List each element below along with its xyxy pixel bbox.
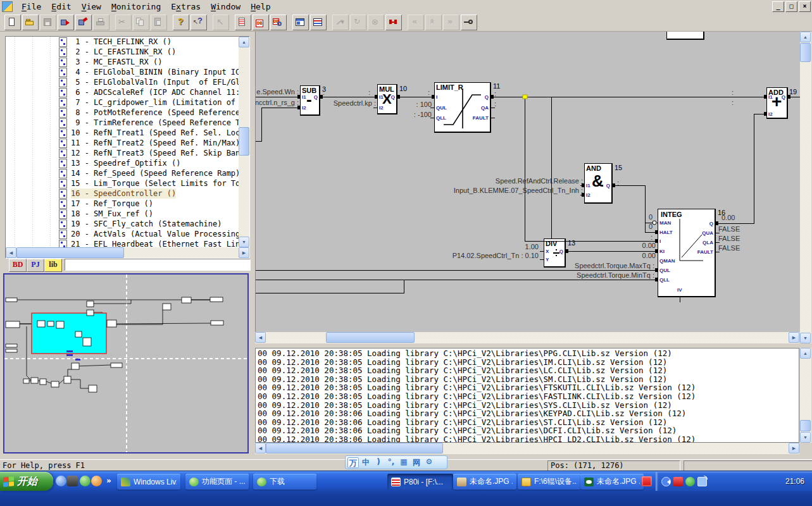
- tree-item-16[interactable]: 16 - SpeedController (): [6, 188, 239, 199]
- db-button[interactable]: [253, 15, 269, 30]
- minimap-viewport[interactable]: [32, 313, 106, 354]
- tree-item-8[interactable]: 8 - PotMotReference (Speed Reference Mot…: [6, 108, 239, 118]
- window-split-button[interactable]: [292, 15, 309, 30]
- ime-tools-button[interactable]: ⚙: [423, 457, 435, 468]
- tree-item-17[interactable]: 17 - Ref_Torque (): [6, 199, 239, 209]
- overview-minimap[interactable]: [3, 273, 249, 454]
- diagram-vertical-scrollbar[interactable]: ▲ ▼: [800, 32, 811, 343]
- log-horizontal-scrollbar[interactable]: ◀ ▶: [255, 443, 799, 454]
- tree-item-13[interactable]: 13 - Speedref_Optifix (): [6, 158, 239, 168]
- tab-pj[interactable]: PJ: [27, 259, 44, 272]
- save-station-button[interactable]: [58, 15, 74, 30]
- scroll-down-button[interactable]: ▼: [800, 432, 811, 443]
- taskbar-task-4[interactable]: P80i - [F:\...: [387, 474, 453, 490]
- tree-item-7[interactable]: 7 - LC_gridpower_lim (Limitation of the …: [6, 97, 239, 108]
- scroll-up-button[interactable]: ▲: [800, 32, 811, 42]
- network-tray-icon[interactable]: [697, 477, 707, 486]
- tab-lib[interactable]: lib: [44, 259, 62, 272]
- menu-extras[interactable]: Extras: [166, 1, 206, 12]
- block-partial-top[interactable]: [666, 32, 704, 40]
- open-button[interactable]: [22, 15, 39, 30]
- block-limit-r[interactable]: LIMIT_R I QUL QLL Q QA FAULT: [434, 82, 491, 133]
- scroll-right-button[interactable]: ▶: [789, 443, 799, 454]
- taskbar-task-1[interactable]: Windows Liv...: [117, 474, 180, 490]
- tree-item-2[interactable]: 2 - LC_EFASTLINK_RX (): [6, 47, 239, 57]
- scroll-down-button[interactable]: ▼: [239, 237, 249, 247]
- scroll-up-button[interactable]: ▲: [239, 37, 249, 47]
- tree-vertical-scrollbar[interactable]: ▲ ▼: [239, 37, 249, 247]
- watch-list-button[interactable]: [235, 15, 251, 30]
- camera-quicklaunch-icon[interactable]: [91, 476, 102, 486]
- taskbar-task-7[interactable]: 未命名.JPG ...: [580, 474, 644, 490]
- messenger-quicklaunch-icon[interactable]: [56, 476, 66, 486]
- shield-tray-icon[interactable]: [685, 477, 695, 486]
- photo-quicklaunch-icon[interactable]: [80, 476, 91, 486]
- log-hscroll-thumb[interactable]: [266, 443, 443, 454]
- menu-help[interactable]: Help: [246, 1, 275, 12]
- menu-view[interactable]: View: [77, 1, 106, 12]
- grid-view-button[interactable]: [310, 15, 327, 30]
- tree-hscroll-thumb[interactable]: [16, 247, 124, 258]
- minimize-button[interactable]: _: [772, 1, 784, 12]
- help-button[interactable]: [173, 15, 189, 30]
- tree-item-15[interactable]: 15 - Lim_Torque (Select Limits for Torqu…: [6, 178, 239, 188]
- log-vscroll-thumb[interactable]: [800, 420, 811, 431]
- wanneng-button[interactable]: 万: [347, 457, 359, 468]
- tree-item-1[interactable]: 1 - TECH_EFLINK_RX (): [6, 37, 239, 47]
- db-find-button[interactable]: [270, 15, 287, 30]
- ime-language-bar[interactable]: 万中)°,▦网⚙: [345, 455, 447, 469]
- web-input-button[interactable]: 网: [411, 457, 422, 468]
- taskbar-task-6[interactable]: F:\6辊\设备...: [518, 474, 581, 490]
- tree-item-12[interactable]: 12 - RefN_Treat3 (Speed Ref. Skip Bands): [6, 148, 239, 158]
- message-log-panel[interactable]: 00 09.12.2010 20:38:05 Loading library C…: [255, 348, 799, 443]
- new-button[interactable]: [4, 15, 21, 30]
- tree-item-14[interactable]: 14 - Ref_Speed (Speed Reference Ramp): [6, 168, 239, 178]
- restore-button[interactable]: □: [785, 1, 797, 12]
- menu-file[interactable]: File: [16, 1, 46, 12]
- menu-monitoring[interactable]: Monitoring: [106, 1, 166, 12]
- tree-item-3[interactable]: 3 - MC_EFASTL_RX (): [6, 57, 239, 67]
- diagram-horizontal-scrollbar[interactable]: ◀ ▶: [255, 332, 799, 343]
- overflow-quicklaunch-icon[interactable]: »: [105, 476, 113, 486]
- media-quicklaunch-icon[interactable]: [67, 476, 78, 486]
- tree-item-18[interactable]: 18 - SM_Fux_ref (): [6, 209, 239, 219]
- connect-button[interactable]: [385, 15, 402, 30]
- tab-bd[interactable]: BD: [9, 259, 27, 272]
- fbd-diagram-canvas[interactable]: SUB - I1 I2 Q 3 e.Speed.Wn : ncctrl.n_rs…: [255, 32, 800, 332]
- key-button[interactable]: [461, 15, 477, 30]
- scroll-left-button[interactable]: ◀: [6, 247, 16, 258]
- tree-item-20[interactable]: 20 - ActVals (Actual Value Processing fo…: [6, 229, 239, 239]
- minimap-svg[interactable]: [4, 275, 247, 452]
- tree-item-21[interactable]: 21 - EFL_Heardbeat (Ethernet Fast Link: [6, 239, 239, 247]
- tree-item-9[interactable]: 9 - TrimReference (Speed Reference Trim …: [6, 118, 239, 128]
- taskbar-clock[interactable]: 21:06: [785, 477, 804, 486]
- scroll-right-button[interactable]: ▶: [239, 247, 249, 258]
- block-and[interactable]: AND & I1 I2 Q: [584, 163, 613, 204]
- vertical-splitter[interactable]: [251, 32, 255, 459]
- scroll-down-button[interactable]: ▼: [800, 333, 811, 343]
- scroll-left-button[interactable]: ◀: [255, 443, 266, 454]
- close-button[interactable]: ×: [799, 1, 811, 12]
- diagram-hscroll-thumb[interactable]: [326, 332, 415, 343]
- tree-horizontal-scrollbar[interactable]: ◀ ▶: [6, 247, 249, 258]
- tree-filter-input[interactable]: [65, 259, 251, 271]
- tree-item-4[interactable]: 4 - EFLGlobal_BININ (Binary Input ICP CA…: [6, 67, 239, 77]
- menu-edit[interactable]: Edit: [46, 1, 76, 12]
- scroll-left-button[interactable]: ◀: [255, 332, 266, 343]
- diagram-vscroll-thumb[interactable]: [800, 43, 811, 62]
- tree-item-5[interactable]: 5 - EFLGlobalValIn (Input of EFL/Global …: [6, 77, 239, 87]
- soft-keyboard-button[interactable]: ▦: [398, 457, 409, 468]
- taskbar-task-5[interactable]: 未命名.JPG ...: [453, 474, 516, 490]
- block-integ[interactable]: INTEG MAN HALT I KI QMAN QUL QLL Q QUA Q…: [658, 209, 716, 297]
- chinese-mode-button[interactable]: 中: [360, 457, 372, 468]
- start-button[interactable]: 开始: [0, 472, 53, 491]
- tree-item-6[interactable]: 6 - ADCScaleRef (ICP ADC Channel 11: Gai…: [6, 87, 239, 97]
- block-add[interactable]: ADD + I1 I2 Q: [766, 87, 788, 119]
- halfwidth-moon-button[interactable]: ): [373, 457, 384, 468]
- tree-item-19[interactable]: 19 - SFC_Fly_catch (Statemachine): [6, 219, 239, 229]
- youdao-tray-icon[interactable]: [642, 476, 652, 486]
- menu-window[interactable]: Window: [206, 1, 246, 12]
- punctuation-button[interactable]: °,: [385, 457, 397, 468]
- taskbar-task-3[interactable]: 下载: [253, 474, 316, 490]
- save-as-button[interactable]: [75, 15, 92, 30]
